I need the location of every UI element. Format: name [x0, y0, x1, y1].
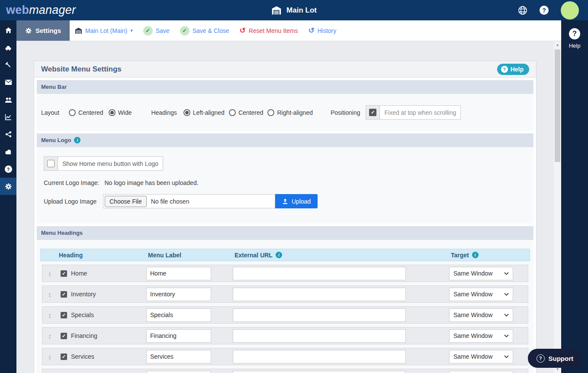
- radio-control[interactable]: [183, 109, 190, 116]
- support-button[interactable]: ? Support: [528, 349, 582, 368]
- customers-icon: [4, 97, 13, 103]
- sidebar-item-cloud[interactable]: [0, 143, 16, 160]
- section-header-menu-headings: Menu Headings: [37, 226, 533, 240]
- help-side-panel[interactable]: ? Help: [561, 20, 588, 373]
- heading-name: Home: [71, 270, 87, 277]
- heading-enabled-checkbox[interactable]: [61, 333, 67, 339]
- drag-handle-icon[interactable]: ↕: [42, 353, 57, 360]
- external-url-input[interactable]: [233, 267, 406, 280]
- lot-selector-dropdown[interactable]: Main Lot (Main) ▾: [75, 27, 133, 34]
- menu-label-input[interactable]: [146, 371, 211, 373]
- drag-handle-icon[interactable]: ↕: [42, 291, 57, 298]
- table-row: ↕ Home Same Window: [42, 265, 528, 282]
- settings-card: Website Menu Settings ? Help Menu Bar La…: [34, 61, 537, 373]
- info-icon[interactable]: i: [472, 252, 479, 258]
- scrollbar-thumb[interactable]: [555, 49, 560, 162]
- choose-file-button[interactable]: Choose File: [105, 196, 147, 207]
- external-url-input[interactable]: [233, 371, 406, 373]
- target-select[interactable]: Same Window: [449, 267, 513, 280]
- target-select[interactable]: Same Window: [449, 329, 513, 343]
- sidebar-item-share[interactable]: [0, 126, 16, 143]
- target-select[interactable]: Same Window: [449, 308, 513, 322]
- radio-option-wide[interactable]: Wide: [109, 109, 132, 116]
- garage-icon: [271, 6, 282, 15]
- radio-control[interactable]: [69, 109, 76, 116]
- sidebar-item-customers[interactable]: [0, 91, 16, 108]
- history-icon: ↺: [308, 27, 314, 34]
- heading-enabled-checkbox[interactable]: [61, 354, 67, 360]
- menu-label-input[interactable]: [146, 267, 211, 280]
- upload-logo-label: Upload Logo Image: [44, 198, 103, 205]
- menu-label-input[interactable]: [146, 308, 211, 322]
- save-button[interactable]: ✓ Save: [143, 26, 170, 36]
- info-icon[interactable]: i: [74, 137, 80, 143]
- card-header: Website Menu Settings ? Help: [34, 61, 536, 78]
- vertical-scrollbar[interactable]: ▲ ▼: [554, 41, 561, 373]
- settings-tab-label: Settings: [35, 27, 61, 34]
- section-header-menu-logo: Menu Logo i: [37, 133, 533, 147]
- drag-handle-icon[interactable]: ↕: [42, 332, 57, 340]
- sidebar-item-home[interactable]: [0, 22, 16, 39]
- radio-option-centered[interactable]: Centered: [69, 109, 103, 116]
- radio-option-left-aligned[interactable]: Left-aligned: [183, 109, 225, 116]
- external-url-input[interactable]: [233, 329, 406, 343]
- save-close-button[interactable]: ✓ Save & Close: [180, 26, 229, 36]
- history-button[interactable]: ↺ History: [308, 27, 336, 34]
- table-row: ↕: [42, 369, 528, 373]
- info-icon[interactable]: i: [276, 252, 282, 258]
- radio-option-centered[interactable]: Centered: [229, 109, 263, 116]
- external-url-input[interactable]: [233, 308, 406, 322]
- radio-option-right-aligned[interactable]: Right-aligned: [267, 109, 313, 116]
- column-header-heading: Heading: [55, 252, 145, 259]
- external-url-input[interactable]: [233, 350, 406, 363]
- sidebar-item-help[interactable]: ?: [0, 160, 16, 178]
- positioning-check-group[interactable]: Fixed at top when scrolling: [366, 105, 461, 120]
- sidebar-item-reports[interactable]: [0, 108, 16, 126]
- target-selected-value: Same Window: [453, 270, 492, 277]
- help-button[interactable]: ? Help: [497, 64, 529, 75]
- table-row: ↕ Specials Same Window: [42, 306, 528, 324]
- fixed-top-checkbox[interactable]: [369, 109, 376, 116]
- menu-label-input[interactable]: [146, 350, 211, 363]
- sidebar-item-settings[interactable]: [0, 178, 16, 195]
- file-input[interactable]: Choose File No file chosen: [103, 194, 275, 208]
- target-select[interactable]: [449, 371, 513, 373]
- location-label: Main Lot: [286, 6, 317, 15]
- drag-handle-icon[interactable]: ↕: [42, 311, 57, 319]
- radio-control[interactable]: [229, 109, 236, 116]
- sidebar-item-vehicles[interactable]: [0, 39, 16, 56]
- external-url-input[interactable]: [233, 288, 406, 301]
- sidebar-item-auction[interactable]: [0, 56, 16, 74]
- settings-icon: [5, 183, 12, 190]
- save-label: Save: [156, 27, 170, 34]
- target-select[interactable]: Same Window: [449, 288, 513, 301]
- avatar[interactable]: [561, 1, 579, 19]
- chevron-down-icon: [504, 293, 509, 296]
- help-button-label: Help: [511, 66, 524, 73]
- help-icon: ?: [5, 165, 12, 173]
- help-circle-icon[interactable]: ?: [540, 6, 549, 15]
- show-home-check-group[interactable]: Show Home menu button with Logo: [44, 156, 163, 171]
- heading-enabled-checkbox[interactable]: [61, 291, 67, 298]
- menu-bar-section: Layout CenteredWide Headings Left-aligne…: [37, 94, 533, 131]
- tab-settings[interactable]: Settings: [16, 20, 70, 41]
- globe-icon[interactable]: [518, 6, 527, 15]
- question-icon: ?: [5, 165, 12, 173]
- target-select[interactable]: Same Window: [449, 350, 513, 363]
- menu-label-input[interactable]: [146, 329, 211, 343]
- logo-web: web: [6, 3, 29, 16]
- upload-button[interactable]: Upload: [275, 194, 318, 208]
- radio-control[interactable]: [267, 109, 274, 116]
- heading-enabled-checkbox[interactable]: [61, 312, 67, 318]
- sidebar-item-messages[interactable]: [0, 74, 16, 91]
- heading-enabled-checkbox[interactable]: [61, 270, 67, 277]
- show-home-checkbox[interactable]: [47, 160, 55, 167]
- drag-handle-icon[interactable]: ↕: [42, 270, 57, 277]
- menu-label-input[interactable]: [146, 288, 211, 301]
- radio-control[interactable]: [109, 109, 116, 116]
- positioning-label: Positioning: [331, 109, 360, 116]
- scroll-up-arrow-icon[interactable]: ▲: [554, 41, 561, 49]
- auction-icon: [5, 62, 12, 68]
- section-title: Menu Headings: [41, 230, 83, 236]
- reset-menu-items-button[interactable]: ↺ Reset Menu Items: [240, 27, 298, 34]
